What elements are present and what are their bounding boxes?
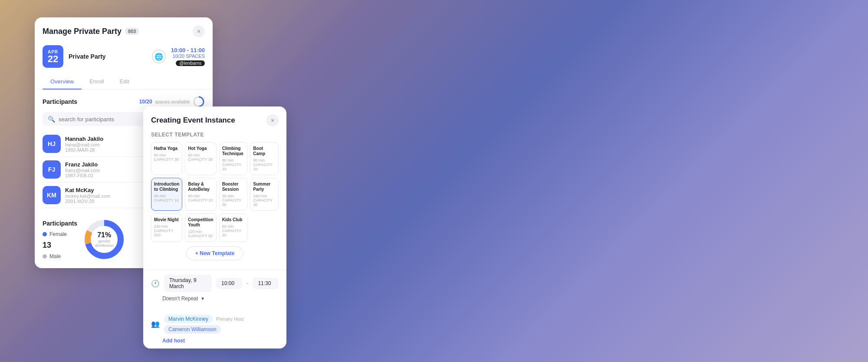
- template-card-belay[interactable]: Belay & AutoBelay 90 min CAPACITY 10: [185, 178, 216, 211]
- template-time: 90 min: [188, 194, 213, 198]
- template-capacity: CAPACITY 30: [154, 157, 179, 162]
- time-end-input[interactable]: 11:30: [253, 278, 279, 289]
- host-primary-row: Marvin McKinney Primary Host: [164, 315, 244, 323]
- template-card-summer-party[interactable]: Summer Party 240 min CAPACITY 30: [250, 178, 279, 211]
- template-name: Belay & AutoBelay: [188, 182, 213, 192]
- manage-modal-header: Manage Private Party 803 ×: [35, 17, 213, 42]
- template-time: 30 min: [222, 194, 245, 198]
- template-capacity: CAPACITY 30: [253, 198, 276, 207]
- spaces-info: 10/20 spaces available: [139, 96, 205, 108]
- avatar: KM: [43, 186, 61, 204]
- event-capacity: 10/20 SPACES: [171, 53, 205, 59]
- time-capacity: 10:00 - 11:00 10/20 SPACES @lenibarns: [171, 47, 205, 66]
- stats-title: Participants: [43, 220, 77, 227]
- male-label: Male: [49, 253, 61, 259]
- modal-title-text: Manage Private Party: [43, 27, 122, 36]
- template-section: Select Template Hatha Yoga 60 min CAPACI…: [143, 132, 286, 270]
- template-time: 60 min: [222, 224, 245, 229]
- date-badge: APR 22: [43, 45, 63, 68]
- manage-modal-close-button[interactable]: ×: [193, 25, 205, 37]
- modal-badge: 803: [125, 28, 139, 35]
- event-name: Private Party: [69, 53, 147, 60]
- spaces-count: 10/20: [139, 99, 152, 105]
- template-name: Boot Camp: [253, 146, 276, 156]
- template-capacity: CAPACITY 200: [154, 229, 179, 237]
- template-grid: Hatha Yoga 60 min CAPACITY 30 Hot Yoga 6…: [151, 142, 279, 242]
- tab-edit[interactable]: Edit: [112, 74, 137, 89]
- template-capacity: CAPACITY 50: [222, 198, 245, 207]
- template-time: 90 min: [154, 194, 179, 198]
- event-instance-modal: Creating Event Instance × Select Templat…: [143, 106, 286, 349]
- female-count: 13: [43, 241, 77, 250]
- template-card-boot-camp[interactable]: Boot Camp 90 min CAPACITY 10: [250, 142, 279, 175]
- repeat-dropdown-arrow[interactable]: ▾: [201, 296, 204, 302]
- template-capacity: CAPACITY 30: [188, 157, 213, 162]
- template-card-hatha-yoga[interactable]: Hatha Yoga 60 min CAPACITY 30: [151, 142, 182, 175]
- female-dot: [43, 232, 47, 236]
- search-icon: 🔍: [48, 116, 55, 123]
- event-modal-header: Creating Event Instance ×: [143, 106, 286, 132]
- donut-sublabel: gender distribution: [93, 239, 115, 248]
- stats-labels: Participants Female 13 Male: [43, 220, 77, 259]
- host-primary-label: Primary Host: [216, 316, 244, 322]
- template-time: 60 min: [154, 153, 179, 157]
- template-card-climbing-technique[interactable]: Climbing Technique 90 min CAPACITY 10: [219, 142, 248, 175]
- template-card-intro-climbing[interactable]: Introduction to Climbing 90 min CAPACITY…: [151, 178, 182, 211]
- template-capacity: CAPACITY 10: [154, 198, 179, 203]
- template-name: Booster Session: [222, 182, 245, 192]
- host-primary-tag[interactable]: Marvin McKinney: [164, 315, 213, 323]
- female-label: Female: [49, 231, 67, 237]
- event-title-info: Private Party: [69, 53, 147, 60]
- template-name: Competition Youth: [188, 217, 213, 228]
- participants-header: Participants 10/20 spaces available: [43, 96, 205, 108]
- avatar: HJ: [43, 135, 61, 153]
- template-card-competition-youth[interactable]: Competition Youth 120 min CAPACITY 50: [185, 213, 216, 242]
- template-section-title: Select Template: [151, 132, 279, 138]
- avatar: FJ: [43, 160, 61, 179]
- host-secondary-tag[interactable]: Cameron Williamson: [164, 325, 221, 334]
- template-time: 240 min: [253, 194, 276, 198]
- male-dot: [43, 254, 47, 259]
- manage-modal-title: Manage Private Party 803: [43, 27, 139, 36]
- template-card-hot-yoga[interactable]: Hot Yoga 60 min CAPACITY 30: [185, 142, 216, 175]
- spaces-label: spaces available: [155, 99, 190, 104]
- datetime-section: 🕐 Thursday, 9 March 10:00 - 11:30 Doesn'…: [143, 270, 286, 310]
- template-card-movie-night[interactable]: Movie Night 240 min CAPACITY 200: [151, 213, 182, 242]
- event-info-bar: APR 22 Private Party 🌐 10:00 - 11:00 10/…: [35, 42, 213, 71]
- template-capacity: CAPACITY 10: [222, 163, 245, 171]
- legend-female: Female: [43, 231, 77, 237]
- template-capacity: CAPACITY 50: [188, 234, 213, 238]
- date-input[interactable]: Thursday, 9 March: [164, 275, 212, 292]
- template-name: Climbing Technique: [222, 146, 245, 156]
- template-capacity: CAPACITY 10: [188, 198, 213, 203]
- globe-icon: 🌐: [152, 50, 166, 63]
- donut-chart: 71% gender distribution: [82, 218, 126, 261]
- template-time: 240 min: [154, 224, 179, 229]
- donut-label: 71% gender distribution: [93, 231, 115, 248]
- screen: Manage Private Party 803 × APR 22 Privat…: [0, 0, 868, 362]
- repeat-text: Doesn't Repeat: [162, 296, 198, 302]
- progress-circle: [193, 96, 205, 108]
- user-tag: @lenibarns: [176, 60, 205, 66]
- tab-overview[interactable]: Overview: [43, 74, 82, 89]
- donut-percent: 71%: [93, 231, 115, 239]
- gender-legend: Female 13 Male: [43, 231, 77, 259]
- template-card-kids-club[interactable]: Kids Club 60 min CAPACITY 10: [219, 213, 248, 242]
- datetime-row: 🕐 Thursday, 9 March 10:00 - 11:30: [151, 275, 279, 292]
- template-capacity: CAPACITY 10: [222, 229, 245, 237]
- template-name: Kids Club: [222, 217, 245, 223]
- event-modal-close-button[interactable]: ×: [266, 114, 279, 126]
- new-template-button[interactable]: + New Template: [186, 246, 243, 260]
- event-modal-title: Creating Event Instance: [151, 116, 235, 125]
- template-card-booster-session[interactable]: Booster Session 30 min CAPACITY 50: [219, 178, 248, 211]
- template-name: Hot Yoga: [188, 146, 213, 151]
- time-start-input[interactable]: 10:00: [216, 278, 242, 289]
- add-host-button[interactable]: Add host: [151, 338, 185, 344]
- template-name: Hatha Yoga: [154, 146, 179, 151]
- host-tags: Marvin McKinney Primary Host Cameron Wil…: [164, 315, 244, 333]
- template-time: 90 min: [253, 158, 276, 163]
- host-secondary-row: Cameron Williamson: [164, 325, 244, 333]
- template-name: Movie Night: [154, 217, 179, 223]
- tab-enroll[interactable]: Enroll: [82, 74, 112, 89]
- legend-male: Male: [43, 253, 77, 259]
